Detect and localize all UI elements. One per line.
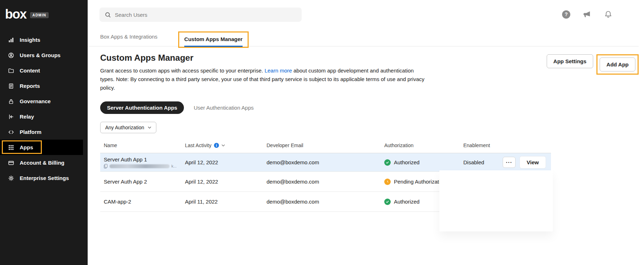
column-header-last-activity[interactable]: Last Activity i bbox=[185, 142, 267, 148]
sidebar-item-content[interactable]: Content bbox=[0, 63, 88, 78]
report-icon bbox=[8, 83, 14, 89]
lock-icon bbox=[8, 98, 14, 105]
chevron-down-icon bbox=[148, 126, 151, 129]
column-header-developer-email[interactable]: Developer Email bbox=[267, 142, 384, 148]
user-auth-apps-pill[interactable]: User Authentication Apps bbox=[194, 105, 254, 111]
auth-type-toggle: Server Authentication Apps User Authenti… bbox=[100, 101, 644, 114]
page-header: Custom Apps Manager Grant access to cust… bbox=[88, 46, 644, 92]
dropdown-label: Any Authorization bbox=[105, 125, 144, 130]
sidebar-item-label: Enterprise Settings bbox=[20, 175, 69, 181]
enablement-cell: Disabled bbox=[463, 159, 503, 165]
last-activity-cell: April 12, 2022 bbox=[185, 159, 267, 165]
view-button[interactable]: View bbox=[519, 156, 546, 169]
table-header-row: Name Last Activity i Developer Email Aut… bbox=[100, 139, 551, 153]
column-header-name[interactable]: Name bbox=[100, 142, 185, 148]
authorization-status: Authorized bbox=[394, 159, 420, 165]
authorization-status: Pending Authorization bbox=[394, 179, 446, 185]
developer-email-cell: demo@boxdemo.com bbox=[267, 179, 384, 185]
grid-icon bbox=[8, 144, 14, 151]
authorization-cell: Authorized bbox=[384, 159, 463, 166]
redacted-suffix: k... bbox=[171, 164, 177, 168]
column-header-authorization[interactable]: Authorization bbox=[384, 142, 463, 148]
sidebar: box ADMIN Insights Users & Groups Conten… bbox=[0, 0, 88, 265]
relay-arrow-icon bbox=[8, 114, 14, 120]
sidebar-item-label: Relay bbox=[20, 114, 34, 120]
sidebar-item-label: Governance bbox=[20, 98, 51, 104]
active-tab-underline bbox=[184, 46, 243, 47]
app-name: Server Auth App 2 bbox=[104, 179, 185, 185]
learn-more-link[interactable]: Learn more bbox=[264, 68, 292, 74]
sidebar-item-label: Content bbox=[20, 68, 40, 74]
authorization-filter-dropdown[interactable]: Any Authorization bbox=[100, 122, 156, 133]
app-name-cell: CAM-app-2 bbox=[100, 199, 185, 205]
sidebar-item-label: Platform bbox=[20, 129, 42, 135]
bar-chart-icon bbox=[8, 37, 14, 43]
sidebar-item-insights[interactable]: Insights bbox=[0, 32, 88, 48]
sidebar-item-governance[interactable]: Governance bbox=[0, 94, 88, 109]
more-options-button[interactable]: ··· bbox=[503, 157, 516, 168]
tab-box-apps-integrations[interactable]: Box Apps & Integrations bbox=[100, 29, 157, 40]
tab-custom-apps-manager[interactable]: Custom Apps Manager bbox=[184, 36, 243, 42]
developer-email-cell: demo@boxdemo.com bbox=[267, 199, 384, 205]
sidebar-item-reports[interactable]: Reports bbox=[0, 78, 88, 94]
sidebar-item-label: Reports bbox=[20, 83, 40, 89]
app-name: Server Auth App 1 bbox=[104, 156, 185, 162]
topbar-icons: ? bbox=[562, 10, 613, 19]
authorized-check-icon bbox=[384, 159, 391, 166]
main-content: ? Box Apps & Integrations Custom Apps Ma… bbox=[88, 0, 644, 265]
app-settings-button[interactable]: App Settings bbox=[547, 54, 594, 68]
app-name-cell: Server Auth App 2 bbox=[100, 179, 185, 185]
authorized-check-icon bbox=[384, 199, 391, 205]
server-auth-apps-pill[interactable]: Server Authentication Apps bbox=[100, 101, 184, 114]
header-actions: App Settings Add App bbox=[547, 53, 639, 92]
search-input[interactable] bbox=[115, 12, 297, 18]
tab-highlight-box: Custom Apps Manager bbox=[178, 31, 249, 48]
search-bar[interactable] bbox=[99, 8, 302, 22]
sidebar-item-label: Apps bbox=[20, 144, 33, 150]
developer-email-cell: demo@boxdemo.com bbox=[267, 159, 384, 165]
topbar: ? bbox=[88, 0, 644, 29]
add-app-button[interactable]: Add App bbox=[600, 58, 635, 71]
credit-card-icon bbox=[8, 160, 14, 166]
info-icon[interactable]: i bbox=[214, 143, 219, 148]
copy-icon[interactable] bbox=[104, 164, 108, 169]
last-activity-cell: April 11, 2022 bbox=[185, 199, 267, 205]
page-title: Custom Apps Manager bbox=[100, 53, 429, 63]
page-header-text: Custom Apps Manager Grant access to cust… bbox=[100, 53, 429, 92]
users-icon bbox=[8, 52, 14, 59]
admin-badge: ADMIN bbox=[30, 12, 49, 18]
sidebar-item-users-groups[interactable]: Users & Groups bbox=[0, 48, 88, 63]
authorization-status: Authorized bbox=[394, 199, 420, 205]
sidebar-item-label: Account & Billing bbox=[20, 160, 64, 166]
column-header-enablement[interactable]: Enablement bbox=[463, 142, 503, 148]
last-activity-cell: April 12, 2022 bbox=[185, 179, 267, 185]
logo-row: box ADMIN bbox=[0, 0, 88, 27]
sidebar-item-relay[interactable]: Relay bbox=[0, 109, 88, 124]
column-header-label: Last Activity bbox=[185, 142, 211, 148]
gear-icon bbox=[8, 175, 14, 181]
sidebar-item-enterprise-settings[interactable]: Enterprise Settings bbox=[0, 170, 88, 186]
client-id-line: k... bbox=[104, 164, 185, 169]
help-icon[interactable]: ? bbox=[562, 10, 570, 19]
notifications-bell-icon[interactable] bbox=[604, 10, 613, 19]
app-name-cell: Server Auth App 1 k... bbox=[100, 156, 185, 169]
announcements-icon[interactable] bbox=[583, 10, 591, 19]
redaction-overlay bbox=[439, 170, 553, 231]
search-icon bbox=[104, 11, 111, 18]
sort-chevron-down-icon bbox=[221, 144, 225, 146]
redacted-client-id bbox=[109, 164, 170, 168]
pending-clock-icon bbox=[384, 179, 391, 185]
table-row[interactable]: Server Auth App 1 k... April 12, 2022 de… bbox=[100, 153, 551, 172]
tabs-row: Box Apps & Integrations Custom Apps Mana… bbox=[88, 29, 639, 46]
sidebar-nav: Insights Users & Groups Content Reports bbox=[0, 32, 88, 186]
sidebar-item-label: Users & Groups bbox=[20, 52, 60, 58]
sidebar-item-platform[interactable]: Platform bbox=[0, 124, 88, 140]
folder-icon bbox=[8, 68, 14, 74]
sidebar-item-apps[interactable]: Apps bbox=[0, 140, 83, 155]
sidebar-item-label: Insights bbox=[20, 37, 40, 43]
add-app-highlight-box: Add App bbox=[596, 54, 639, 75]
page-description: Grant access to custom apps with access … bbox=[100, 66, 429, 92]
description-text: Grant access to custom apps with access … bbox=[100, 68, 264, 74]
box-logo: box bbox=[5, 8, 26, 21]
sidebar-item-account-billing[interactable]: Account & Billing bbox=[0, 155, 88, 170]
